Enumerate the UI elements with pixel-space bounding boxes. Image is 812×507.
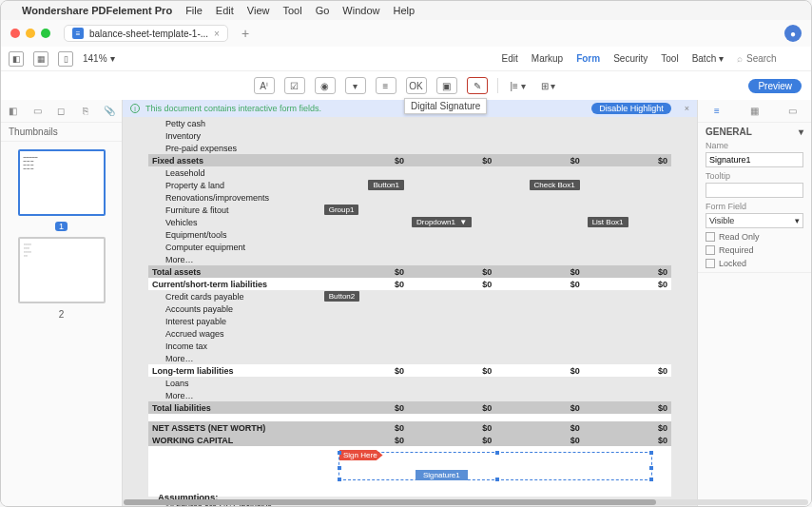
thumbnails-label: Thumbnails — [1, 123, 122, 142]
sidebar-toggle-icon[interactable]: ◧ — [9, 51, 24, 67]
info-text: This document contains interactive form … — [145, 104, 321, 113]
form-listbox1[interactable]: List Box1 — [588, 217, 628, 227]
listbox-tool[interactable]: ≡ — [376, 77, 396, 94]
row-accrued: Accrued wages — [148, 327, 320, 340]
row-fixed: Fixed assets — [148, 154, 320, 166]
menu-file[interactable]: File — [185, 5, 203, 16]
disable-highlight-button[interactable]: Disable Highlight — [591, 103, 671, 114]
row-net: NET ASSETS (NET WORTH) — [148, 421, 320, 434]
menu-window[interactable]: Window — [342, 5, 379, 16]
menu-edit[interactable]: Edit — [216, 5, 234, 16]
maximize-icon[interactable] — [41, 29, 50, 38]
row-property: Property & land — [148, 179, 320, 191]
form-group1[interactable]: Group1 — [324, 205, 359, 215]
user-avatar[interactable]: ● — [784, 25, 802, 42]
locked-checkbox[interactable]: Locked — [706, 259, 803, 268]
row-petty: Petty cash — [148, 117, 320, 129]
info-close-icon[interactable]: × — [685, 104, 689, 113]
doc-icon: ≡ — [72, 28, 84, 39]
row-equip: Equipment/tools — [148, 228, 320, 241]
horizontal-scrollbar[interactable] — [124, 499, 808, 505]
button-tool[interactable]: OK — [406, 77, 427, 94]
menu-tool[interactable]: Tool — [282, 5, 301, 16]
row-loans: Loans — [148, 377, 320, 389]
properties-general-icon[interactable]: ≡ — [710, 105, 724, 118]
row-interest: Interest payable — [148, 315, 320, 327]
form-dropdown1[interactable]: Dropdown1 ▼ — [412, 217, 472, 227]
tab-form[interactable]: Form — [576, 53, 600, 64]
properties-appearance-icon[interactable]: ▦ — [747, 105, 761, 118]
tab-edit[interactable]: Edit — [502, 53, 518, 64]
window-controls — [10, 29, 50, 38]
left-panel: ◧ ▭ ◻ ⎘ 📎 Thumbnails ▬▬▬▬▬▬ ▬ ▬▬ ▬ ▬▬ ▬ … — [1, 100, 123, 506]
name-label: Name — [706, 141, 803, 150]
minimize-icon[interactable] — [26, 29, 35, 38]
menu-view[interactable]: View — [247, 5, 270, 16]
sign-here-flag: Sign Here — [339, 450, 383, 460]
thumbnail-page-2[interactable]: ━━━━━━━━━━━━━ — [18, 237, 106, 303]
info-icon: i — [130, 104, 140, 113]
bookmarks-icon[interactable]: ▭ — [30, 105, 44, 118]
form-button2[interactable]: Button2 — [324, 291, 360, 302]
zoom-control[interactable]: 141%▾ — [83, 53, 115, 64]
row-more1: More… — [148, 253, 320, 265]
page-badge-1: 1 — [55, 222, 68, 231]
search-input[interactable] — [746, 53, 803, 64]
main-toolbar: ◧ ▦ ▯ 141%▾ Edit Markup Form Security To… — [1, 47, 811, 71]
tooltip-input[interactable] — [706, 183, 803, 198]
close-icon[interactable] — [10, 29, 20, 38]
grid-view-icon[interactable]: ▦ — [33, 51, 48, 67]
row-accounts: Accounts payable — [148, 302, 320, 315]
menu-go[interactable]: Go — [316, 5, 330, 16]
document-tab[interactable]: ≡ balance-sheet-template-1-... × — [64, 25, 228, 42]
form-checkbox1[interactable]: Check Box1 — [530, 180, 580, 190]
row-income: Income tax — [148, 340, 320, 352]
chevron-down-icon[interactable]: ▾ — [799, 127, 803, 137]
doc-scroll[interactable]: Petty cash Inventory Pre-paid expenses F… — [123, 117, 697, 506]
attachments-icon[interactable]: ⎘ — [79, 105, 92, 118]
page-num-2: 2 — [59, 309, 65, 320]
thumbnail-page-1[interactable]: ▬▬▬▬▬▬ ▬ ▬▬ ▬ ▬▬ ▬ ▬ — [18, 149, 106, 216]
tab-tool[interactable]: Tool — [661, 53, 678, 64]
radio-tool[interactable]: ◉ — [315, 77, 336, 94]
general-header[interactable]: GENERAL — [706, 127, 752, 137]
page-view-icon[interactable]: ▯ — [58, 51, 73, 67]
properties-actions-icon[interactable]: ▭ — [785, 105, 799, 118]
signature-tool[interactable]: ✎ — [467, 77, 488, 94]
row-leasehold: Leasehold — [148, 166, 320, 179]
outline-icon[interactable]: ◻ — [54, 105, 68, 118]
formfield-label: Form Field — [706, 202, 803, 211]
signature-field[interactable]: Sign Here Signature1 — [338, 452, 652, 480]
new-tab-button[interactable]: + — [236, 26, 255, 41]
search-box[interactable]: ⌕ — [737, 53, 803, 64]
row-cur-liab: Current/short-term liabilities — [148, 278, 320, 290]
readonly-checkbox[interactable]: Read Only — [706, 232, 803, 242]
more-tool[interactable]: ⊞ ▾ — [538, 77, 559, 94]
tab-close-icon[interactable]: × — [214, 29, 220, 39]
align-tool[interactable]: |≡ ▾ — [508, 77, 529, 94]
row-long-liab: Long-term liabilities — [148, 364, 320, 377]
name-input[interactable] — [706, 152, 803, 167]
image-tool[interactable]: ▣ — [436, 77, 457, 94]
thumbnails-icon[interactable]: ◧ — [7, 105, 20, 118]
checkbox-tool[interactable]: ☑ — [284, 77, 305, 94]
row-computer: Computer equipment — [148, 241, 320, 253]
tab-security[interactable]: Security — [613, 53, 648, 64]
menu-help[interactable]: Help — [393, 5, 415, 16]
document-page: Petty cash Inventory Pre-paid expenses F… — [148, 117, 671, 497]
app-name[interactable]: Wondershare PDFelement Pro — [22, 5, 172, 16]
required-checkbox[interactable]: Required — [706, 245, 803, 255]
preview-button[interactable]: Preview — [748, 79, 802, 93]
divider — [497, 78, 498, 93]
form-toolbar: Aᴵ ☑ ◉ ▾ ≡ OK ▣ ✎ |≡ ▾ ⊞ ▾ Digital Signa… — [1, 71, 811, 100]
form-button1[interactable]: Button1 — [368, 180, 404, 190]
tab-markup[interactable]: Markup — [532, 53, 563, 64]
tab-title: balance-sheet-template-1-... — [89, 29, 208, 39]
titlebar: ≡ balance-sheet-template-1-... × + ● — [1, 20, 811, 47]
properties-panel: ≡ ▦ ▭ GENERAL▾ Name Tooltip Form Field V… — [697, 100, 811, 506]
tab-batch[interactable]: Batch ▾ — [692, 53, 724, 64]
text-field-tool[interactable]: Aᴵ — [254, 77, 275, 94]
clip-icon[interactable]: 📎 — [103, 105, 116, 118]
formfield-select[interactable]: Visible▾ — [706, 213, 803, 228]
dropdown-tool[interactable]: ▾ — [345, 77, 366, 94]
